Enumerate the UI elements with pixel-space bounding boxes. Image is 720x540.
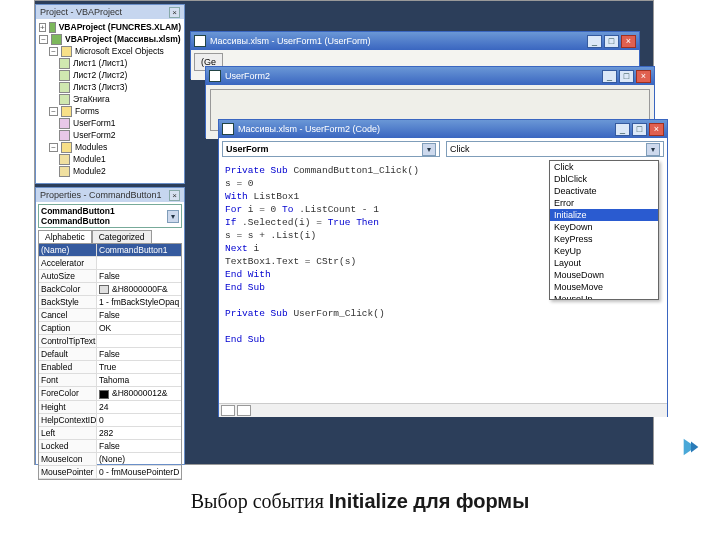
close-icon[interactable]: × — [169, 7, 180, 18]
property-row[interactable]: AutoSizeFalse — [39, 270, 181, 283]
maximize-button[interactable]: □ — [619, 70, 634, 83]
svg-marker-1 — [691, 442, 698, 453]
tab-categorized[interactable]: Categorized — [92, 230, 152, 243]
collapse-icon[interactable]: + — [39, 23, 46, 32]
properties-tabs: Alphabetic Categorized — [38, 230, 182, 243]
close-icon[interactable]: × — [169, 190, 180, 201]
procedure-dropdown[interactable]: Click ▾ — [446, 141, 664, 157]
close-button[interactable]: × — [621, 35, 636, 48]
window-titlebar[interactable]: UserForm2 _ □ × — [206, 67, 654, 85]
property-row[interactable]: EnabledTrue — [39, 361, 181, 374]
collapse-icon[interactable]: − — [49, 47, 58, 56]
maximize-button[interactable]: □ — [632, 123, 647, 136]
property-row[interactable]: LockedFalse — [39, 440, 181, 453]
close-button[interactable]: × — [636, 70, 651, 83]
property-row[interactable]: Left282 — [39, 427, 181, 440]
folder-icon — [61, 46, 72, 57]
property-row[interactable]: Height24 — [39, 401, 181, 414]
collapse-icon[interactable]: − — [39, 35, 48, 44]
event-option[interactable]: MouseDown — [550, 269, 658, 281]
slide-caption: Выбор события Initialize для формы — [0, 490, 720, 513]
tree-item[interactable]: UserForm2 — [73, 129, 116, 141]
event-option[interactable]: Error — [550, 197, 658, 209]
tree-item[interactable]: ЭтаКнига — [73, 93, 110, 105]
chevron-down-icon: ▾ — [167, 210, 179, 223]
folder-node[interactable]: Microsoft Excel Objects — [75, 45, 164, 57]
event-option[interactable]: KeyPress — [550, 233, 658, 245]
event-option[interactable]: Click — [550, 161, 658, 173]
property-row[interactable]: MousePointer0 - fmMousePointerD — [39, 466, 181, 479]
folder-icon — [61, 142, 72, 153]
tree-item[interactable]: Module1 — [73, 153, 106, 165]
mdi-window-userform2-code: Массивы.xlsm - UserForm2 (Code) _ □ × Us… — [218, 119, 668, 417]
collapse-icon[interactable]: − — [49, 107, 58, 116]
project-explorer-title: Project - VBAProject — [40, 7, 122, 17]
form-icon — [59, 118, 70, 129]
window-icon — [222, 123, 234, 135]
event-option[interactable]: KeyUp — [550, 245, 658, 257]
project-tree[interactable]: +VBAProject (FUNCRES.XLAM) −VBAProject (… — [36, 19, 184, 179]
property-row[interactable]: CaptionOK — [39, 322, 181, 335]
property-row[interactable]: ForeColor&H80000012& — [39, 387, 181, 400]
window-icon — [194, 35, 206, 47]
tab-alphabetic[interactable]: Alphabetic — [38, 230, 92, 243]
properties-object-dropdown[interactable]: CommandButton1 CommandButton ▾ — [38, 204, 182, 228]
tree-item[interactable]: UserForm1 — [73, 117, 116, 129]
minimize-button[interactable]: _ — [615, 123, 630, 136]
property-row[interactable]: Accelerator — [39, 257, 181, 270]
folder-node[interactable]: Forms — [75, 105, 99, 117]
chevron-right-icon — [680, 436, 702, 458]
property-row[interactable]: BackStyle1 - fmBackStyleOpaq — [39, 296, 181, 309]
next-slide-button[interactable] — [680, 436, 702, 458]
module-icon — [59, 154, 70, 165]
view-switch — [219, 403, 667, 417]
object-dropdown[interactable]: UserForm ▾ — [222, 141, 440, 157]
minimize-button[interactable]: _ — [587, 35, 602, 48]
project-node[interactable]: VBAProject (Массивы.xlsm) — [65, 33, 181, 45]
window-title: Массивы.xlsm - UserForm2 (Code) — [238, 124, 380, 134]
property-row[interactable]: MouseIcon(None) — [39, 453, 181, 466]
sheet-icon — [59, 70, 70, 81]
sheet-icon — [59, 58, 70, 69]
event-option[interactable]: DblClick — [550, 173, 658, 185]
chevron-down-icon: ▾ — [646, 143, 660, 156]
tree-item[interactable]: Лист1 (Лист1) — [73, 57, 127, 69]
property-row[interactable]: BackColor&H8000000F& — [39, 283, 181, 296]
window-title: Массивы.xlsm - UserForm1 (UserForm) — [210, 36, 370, 46]
event-option[interactable]: Layout — [550, 257, 658, 269]
chevron-down-icon: ▾ — [422, 143, 436, 156]
event-option[interactable]: Deactivate — [550, 185, 658, 197]
project-icon — [51, 34, 62, 45]
window-titlebar[interactable]: Массивы.xlsm - UserForm2 (Code) _ □ × — [219, 120, 667, 138]
procedure-dropdown-list[interactable]: ClickDblClickDeactivateErrorInitializeKe… — [549, 160, 659, 300]
property-row[interactable]: FontTahoma — [39, 374, 181, 387]
window-title: UserForm2 — [225, 71, 270, 81]
event-option[interactable]: KeyDown — [550, 221, 658, 233]
property-row[interactable]: DefaultFalse — [39, 348, 181, 361]
property-row[interactable]: ControlTipText — [39, 335, 181, 348]
maximize-button[interactable]: □ — [604, 35, 619, 48]
caption-emphasis: Initialize для формы — [329, 490, 529, 512]
window-titlebar[interactable]: Массивы.xlsm - UserForm1 (UserForm) _ □ … — [191, 32, 639, 50]
close-button[interactable]: × — [649, 123, 664, 136]
project-node[interactable]: VBAProject (FUNCRES.XLAM) — [59, 21, 181, 33]
event-option[interactable]: MouseMove — [550, 281, 658, 293]
property-row[interactable]: HelpContextID0 — [39, 414, 181, 427]
property-row[interactable]: CancelFalse — [39, 309, 181, 322]
window-icon — [209, 70, 221, 82]
project-icon — [49, 22, 56, 33]
properties-object-label: CommandButton1 CommandButton — [41, 206, 167, 226]
collapse-icon[interactable]: − — [49, 143, 58, 152]
tree-item[interactable]: Лист2 (Лист2) — [73, 69, 127, 81]
tree-item[interactable]: Лист3 (Лист3) — [73, 81, 127, 93]
event-option[interactable]: MouseUp — [550, 293, 658, 300]
procedure-view-button[interactable] — [221, 405, 235, 416]
properties-grid[interactable]: (Name)CommandButton1AcceleratorAutoSizeF… — [38, 243, 182, 480]
event-option[interactable]: Initialize — [550, 209, 658, 221]
minimize-button[interactable]: _ — [602, 70, 617, 83]
tree-item[interactable]: Module2 — [73, 165, 106, 177]
vbe-mdi-area: Project - VBAProject × +VBAProject (FUNC… — [34, 0, 654, 465]
caption-text: Выбор события — [191, 490, 329, 512]
full-module-view-button[interactable] — [237, 405, 251, 416]
folder-node[interactable]: Modules — [75, 141, 107, 153]
